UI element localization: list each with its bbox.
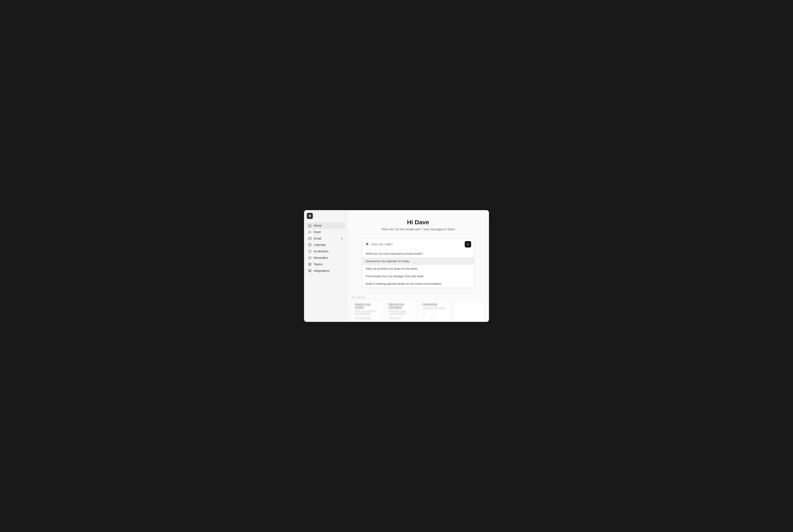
close-icon <box>308 214 311 217</box>
svg-rect-3 <box>308 238 311 240</box>
teams-icon <box>308 263 312 266</box>
sidebar-item-home[interactable]: Home <box>306 222 345 229</box>
svg-point-14 <box>309 269 309 270</box>
suggestion-item[interactable]: Find emails from my manager from last we… <box>362 272 474 280</box>
suggestion-item[interactable]: What are my most important unread emails… <box>362 250 474 258</box>
sidebar-item-label: Integrations <box>314 269 329 272</box>
home-icon <box>308 224 312 227</box>
svg-rect-4 <box>309 244 311 246</box>
sidebar-item-label: Reminders <box>314 256 328 260</box>
sidebar-item-integrations[interactable]: Integrations <box>306 267 345 274</box>
cards-row: Gmail (4 new emails) Check your inbox fo… <box>352 301 484 322</box>
svg-rect-12 <box>309 265 310 266</box>
search-input-row: ✕ <box>362 239 474 250</box>
sidebar-item-label: Email <box>314 237 321 240</box>
x-icon: ✕ <box>365 242 369 246</box>
bottom-card: Slack (9 new messages) Respond to team c… <box>385 301 417 322</box>
search-container: ✕ What are my most important unread emai… <box>362 239 474 288</box>
svg-rect-13 <box>310 265 311 266</box>
svg-point-22 <box>311 271 311 272</box>
sidebar-item-teams[interactable]: Teams <box>306 261 345 267</box>
sidebar-item-feed[interactable]: Feed <box>306 229 345 235</box>
catch-up-label: Catch up <box>352 296 484 299</box>
app-window: Home Feed Email <box>304 210 489 322</box>
integrations-icon <box>308 269 312 272</box>
suggestion-item[interactable]: Summarize my calendar for today <box>362 258 474 265</box>
sidebar-item-label: Calendar <box>314 243 326 247</box>
sidebar-item-calendar[interactable]: Calendar <box>306 242 345 248</box>
svg-point-17 <box>309 270 309 271</box>
suggestions-list: What are my most important unread emails… <box>362 250 474 287</box>
calendar-icon <box>308 243 312 247</box>
hero-subtitle: There are 15 new emails and 7 new messag… <box>352 228 484 231</box>
search-input[interactable] <box>371 243 463 246</box>
sidebar-item-email[interactable]: Email <box>306 235 345 242</box>
svg-point-18 <box>310 270 310 271</box>
sidebar: Home Feed Email <box>304 210 347 322</box>
suggestion-item[interactable]: Draft a meeting agenda based on my recen… <box>362 280 474 287</box>
suggestion-item[interactable]: Help me prioritize my tasks for the week <box>362 265 474 272</box>
svg-point-2 <box>309 233 309 233</box>
sidebar-item-label: Feed <box>314 230 320 234</box>
page-title: Hi Dave <box>352 219 484 226</box>
svg-rect-11 <box>310 263 311 264</box>
bottom-card: Fundraising 2 Ongoing Campaigns 1 h <box>419 301 451 322</box>
bottom-card <box>453 301 484 322</box>
svg-point-21 <box>310 271 310 272</box>
submit-button[interactable] <box>465 241 471 247</box>
chevron-right-icon <box>340 237 343 240</box>
sidebar-item-label: Home <box>314 224 321 227</box>
close-button[interactable] <box>307 213 313 219</box>
enter-icon <box>466 243 469 246</box>
sidebar-item-reminders[interactable]: Reminders <box>306 254 345 261</box>
main-content: Hi Dave There are 15 new emails and 7 ne… <box>347 210 489 322</box>
svg-point-20 <box>309 271 309 272</box>
bottom-section: Catch up Gmail (4 new emails) Check your… <box>347 294 489 322</box>
sidebar-item-ai-workers[interactable]: AI Workers <box>306 248 345 254</box>
svg-rect-10 <box>309 263 310 264</box>
svg-point-16 <box>311 269 311 270</box>
email-icon <box>308 237 312 240</box>
sidebar-item-label: Teams <box>314 263 322 266</box>
ai-workers-icon <box>308 250 312 253</box>
svg-point-15 <box>310 269 310 270</box>
search-box: ✕ What are my most important unread emai… <box>362 239 474 288</box>
bottom-card: Gmail (4 new emails) Check your inbox fo… <box>352 301 383 322</box>
sidebar-item-label: AI Workers <box>314 250 329 253</box>
reminders-icon <box>308 256 312 260</box>
feed-icon <box>308 230 312 234</box>
hero-section: Hi Dave There are 15 new emails and 7 ne… <box>347 210 489 235</box>
svg-point-19 <box>311 270 311 271</box>
